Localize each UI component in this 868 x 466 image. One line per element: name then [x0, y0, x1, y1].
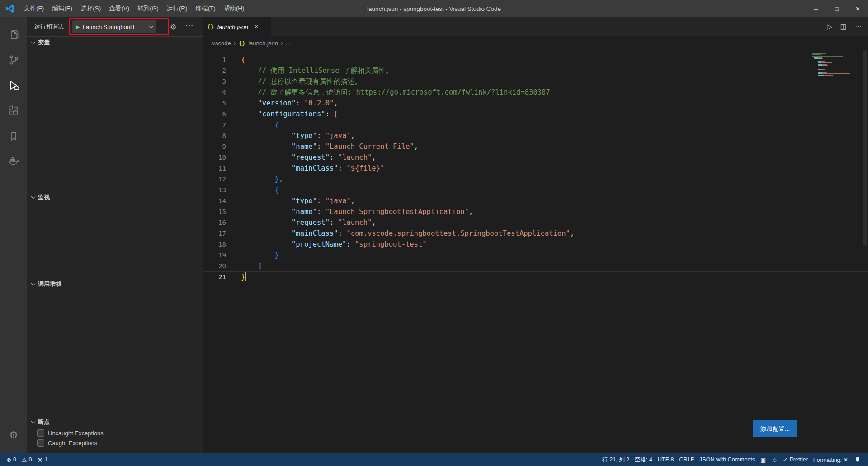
debug-config-dropdown[interactable]: ▶ Launch SpringbootT	[72, 20, 156, 33]
code-line[interactable]: 9 "name": "Launch Current File",	[203, 141, 868, 152]
title-bar: 文件(F)编辑(E)选择(S)查看(V)转到(G)运行(R)终端(T)帮助(H)…	[0, 0, 868, 17]
code-line[interactable]: 5 "version": "0.2.0",	[203, 98, 868, 109]
line-number: 15	[203, 206, 226, 217]
breakpoint-checkbox[interactable]	[37, 429, 44, 437]
status-encoding[interactable]: UTF-8	[655, 453, 676, 466]
menu-item[interactable]: 查看(V)	[105, 0, 133, 17]
code-line[interactable]: 19 }	[203, 250, 868, 261]
status-prettier[interactable]: ✓Prettier	[780, 453, 811, 466]
json-braces-icon: {}	[238, 40, 245, 47]
code-line[interactable]: 18 "projectName": "springboot-test"	[203, 239, 868, 250]
more-actions-button[interactable]: ⋯	[855, 23, 862, 31]
settings-gear-icon[interactable]: ⚙	[0, 423, 27, 448]
code-line[interactable]: 3 // 悬停以查看现有属性的描述。	[203, 76, 868, 87]
status-label: Prettier	[790, 456, 808, 463]
watch-section: 监视	[27, 191, 203, 278]
code-line[interactable]: 7 {	[203, 119, 868, 130]
breakpoints-list: Uncaught ExceptionsCaught Exceptions	[27, 428, 203, 448]
code-line[interactable]: 11 "mainClass": "${file}"	[203, 163, 868, 174]
editor-actions: ▷ ◫ ⋯	[827, 17, 862, 36]
minimap[interactable]	[812, 52, 857, 80]
menu-item[interactable]: 选择(S)	[76, 0, 105, 17]
maximize-button[interactable]: □	[826, 0, 847, 17]
add-configuration-button[interactable]: 添加配置...	[753, 420, 797, 437]
variables-section-header[interactable]: 变量	[27, 37, 203, 48]
line-number: 10	[203, 152, 226, 163]
menu-item[interactable]: 运行(R)	[163, 0, 192, 17]
split-editor-button[interactable]: ◫	[840, 23, 847, 31]
minimize-button[interactable]: ─	[806, 0, 826, 17]
editor-scrollbar[interactable]	[862, 50, 868, 453]
code-line[interactable]: 20 ]	[203, 261, 868, 271]
code-line[interactable]: 21}	[203, 271, 868, 282]
breakpoint-checkbox[interactable]	[37, 439, 44, 447]
menu-item[interactable]: 转到(G)	[133, 0, 163, 17]
call-stack-section-header[interactable]: 调用堆栈	[27, 278, 203, 290]
tab-launch-json[interactable]: {} launch.json ✕	[203, 17, 271, 36]
tab-bar: {} launch.json ✕ ▷ ◫ ⋯	[203, 17, 868, 36]
code-text: "name": "Launch Current File",	[226, 141, 418, 152]
code-editor[interactable]: 1{2 // 使用 IntelliSense 了解相关属性。3 // 悬停以查看…	[203, 50, 868, 453]
code-text: "mainClass": "com.vscode.springboottest.…	[226, 228, 574, 239]
code-line[interactable]: 14 "type": "java",	[203, 195, 868, 206]
breadcrumb-item[interactable]: launch.json	[248, 40, 278, 47]
status-problems-errors[interactable]: ⊗0	[4, 453, 19, 466]
menu-bar: 文件(F)编辑(E)选择(S)查看(V)转到(G)运行(R)终端(T)帮助(H)	[20, 0, 249, 17]
more-actions-icon[interactable]: ⋯	[185, 21, 193, 30]
code-line[interactable]: 13 {	[203, 185, 868, 195]
line-number: 1	[203, 54, 226, 65]
explorer-icon[interactable]	[0, 22, 27, 47]
code-text: // 欲了解更多信息，请访问: https://go.microsoft.com…	[226, 87, 550, 98]
menu-item[interactable]: 编辑(E)	[48, 0, 76, 17]
notifications-bell-icon[interactable]	[851, 453, 864, 466]
code-line[interactable]: 12 },	[203, 174, 868, 185]
breakpoints-section-header[interactable]: 断点	[27, 416, 203, 428]
start-debug-icon[interactable]: ▶	[76, 24, 80, 30]
code-line[interactable]: 16 "request": "launch",	[203, 217, 868, 228]
source-control-icon[interactable]	[0, 47, 27, 72]
menu-item[interactable]: 帮助(H)	[220, 0, 249, 17]
status-problems-warnings[interactable]: ⚠0	[19, 453, 35, 466]
configure-gear-icon[interactable]: ⚙	[170, 23, 176, 31]
run-and-debug-icon[interactable]	[0, 72, 27, 98]
code-text: },	[226, 174, 283, 185]
status-language-mode[interactable]: JSON with Comments	[697, 453, 758, 466]
code-line[interactable]: 2 // 使用 IntelliSense 了解相关属性。	[203, 65, 868, 76]
menu-item[interactable]: 终端(T)	[192, 0, 220, 17]
variables-section: 变量	[27, 36, 203, 191]
status-tasks[interactable]: ⚒1	[34, 453, 50, 466]
breakpoint-item[interactable]: Uncaught Exceptions	[27, 428, 203, 438]
run-button[interactable]: ▷	[827, 23, 832, 31]
menu-item[interactable]: 文件(F)	[20, 0, 48, 17]
scrollbar-thumb[interactable]	[863, 51, 867, 245]
activity-bar: ⚙	[0, 17, 27, 453]
breakpoint-item[interactable]: Caught Exceptions	[27, 438, 203, 448]
docker-icon[interactable]	[0, 148, 27, 174]
code-line[interactable]: 4 // 欲了解更多信息，请访问: https://go.microsoft.c…	[203, 87, 868, 98]
extensions-icon[interactable]	[0, 98, 27, 123]
code-line[interactable]: 15 "name": "Launch SpringbootTestApplica…	[203, 206, 868, 217]
code-text: "type": "java",	[226, 195, 355, 206]
status-label: 0	[13, 456, 16, 463]
tab-close-icon[interactable]: ✕	[254, 24, 259, 30]
status-label: 0	[29, 456, 32, 463]
code-line[interactable]: 1{	[203, 54, 868, 65]
code-line[interactable]: 6 "configurations": [	[203, 109, 868, 119]
status-indentation[interactable]: 空格: 4	[632, 453, 655, 466]
breadcrumb-item[interactable]: ...	[286, 40, 291, 47]
status-formatting[interactable]: Formatting: ✕	[811, 453, 851, 466]
status-cursor-position[interactable]: 行 21, 列 2	[599, 453, 632, 466]
watch-section-header[interactable]: 监视	[27, 191, 203, 203]
code-line[interactable]: 17 "mainClass": "com.vscode.springbootte…	[203, 228, 868, 239]
status-eol[interactable]: CRLF	[676, 453, 697, 466]
line-number: 17	[203, 228, 226, 239]
breadcrumb-item[interactable]: .vscode	[211, 40, 231, 47]
close-button[interactable]: ✕	[847, 0, 868, 17]
bookmarks-icon[interactable]	[0, 123, 27, 148]
section-label: 调用堆栈	[38, 280, 61, 288]
status-preview[interactable]: ▣	[758, 453, 769, 466]
code-line[interactable]: 8 "type": "java",	[203, 130, 868, 141]
code-line[interactable]: 10 "request": "launch",	[203, 152, 868, 163]
status-feedback[interactable]: ☺	[769, 453, 780, 466]
code-text: "projectName": "springboot-test"	[226, 239, 427, 250]
